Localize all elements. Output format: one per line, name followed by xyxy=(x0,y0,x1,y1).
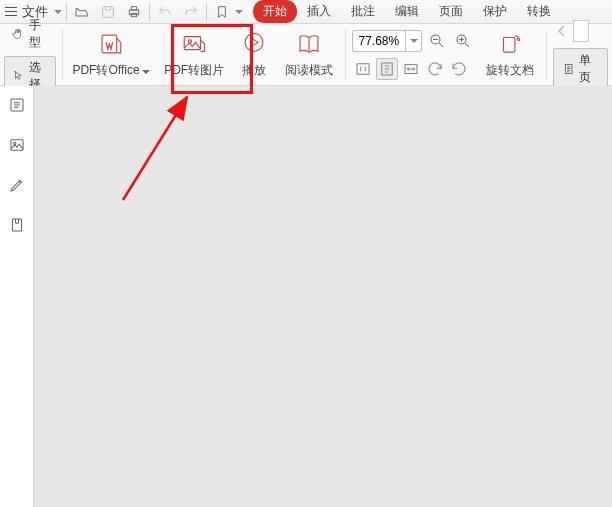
pdf-to-image-icon xyxy=(180,30,208,58)
page-nav-group: 单页 xyxy=(553,20,608,90)
separator xyxy=(206,3,207,21)
cursor-icon xyxy=(11,68,25,84)
save-button[interactable] xyxy=(97,1,119,23)
tab-edit[interactable]: 编辑 xyxy=(385,0,429,23)
play-button[interactable]: 播放 xyxy=(235,26,273,83)
left-sidebar xyxy=(0,86,34,507)
undo-icon xyxy=(157,4,173,20)
fit-page-icon xyxy=(378,60,396,78)
svg-rect-18 xyxy=(12,219,21,231)
chevron-down-icon xyxy=(142,70,150,74)
image-icon xyxy=(8,136,26,154)
book-icon xyxy=(295,30,323,58)
mode-buttons-group: 手型 选择 xyxy=(4,14,56,96)
separator xyxy=(62,30,63,80)
svg-rect-10 xyxy=(357,63,369,74)
print-button[interactable] xyxy=(123,1,145,23)
rotate-ccw-icon xyxy=(450,60,468,78)
open-button[interactable] xyxy=(71,1,93,23)
one-to-one-icon xyxy=(354,60,372,78)
chevron-left-icon xyxy=(557,25,567,37)
hand-mode-button[interactable]: 手型 xyxy=(4,14,56,54)
pen-icon xyxy=(8,176,26,194)
chevron-down-icon xyxy=(235,10,243,14)
zoom-in-button[interactable] xyxy=(452,30,474,52)
pdf-to-office-button[interactable]: PDF转Office xyxy=(69,26,154,83)
rotate-document-icon xyxy=(496,30,524,58)
single-page-label: 单页 xyxy=(579,52,599,86)
zoom-group xyxy=(352,30,474,80)
fit-width-icon xyxy=(402,60,420,78)
ribbon-toolbar: 手型 选择 PDF转Office PDF转图片 播放 阅读模式 xyxy=(0,24,612,86)
sidebar-outline-button[interactable] xyxy=(6,94,28,116)
reading-mode-label: 阅读模式 xyxy=(285,62,333,79)
svg-rect-13 xyxy=(503,38,514,53)
ribbon-tabs: 开始 插入 批注 编辑 页面 保护 转换 xyxy=(253,0,561,23)
play-label: 播放 xyxy=(242,62,266,79)
rotate-document-label: 旋转文档 xyxy=(486,62,534,79)
separator xyxy=(149,3,150,21)
zoom-dropdown-button[interactable] xyxy=(405,31,421,51)
redo-icon xyxy=(183,4,199,20)
save-icon xyxy=(100,4,116,20)
hand-icon xyxy=(11,26,25,42)
page-number-input[interactable] xyxy=(573,20,589,42)
rotate-cw-icon xyxy=(426,60,444,78)
fit-width-button[interactable] xyxy=(400,58,422,80)
pdf-to-image-button[interactable]: PDF转图片 xyxy=(159,26,229,83)
attachment-icon xyxy=(8,216,26,234)
zoom-out-icon xyxy=(428,32,446,50)
bookmark-dropdown[interactable] xyxy=(211,1,243,23)
separator xyxy=(66,3,67,21)
top-menu-bar: 文件 开始 插入 批注 编辑 页面 保护 转换 xyxy=(0,0,612,24)
chevron-down-icon xyxy=(410,39,418,43)
svg-point-6 xyxy=(188,40,191,43)
bookmark-icon xyxy=(214,4,230,20)
zoom-input[interactable] xyxy=(353,33,405,49)
svg-rect-5 xyxy=(184,37,200,50)
zoom-out-button[interactable] xyxy=(426,30,448,52)
sidebar-attachments-button[interactable] xyxy=(6,214,28,236)
tab-start[interactable]: 开始 xyxy=(253,0,297,23)
pdf-to-image-label: PDF转图片 xyxy=(164,62,224,79)
redo-button[interactable] xyxy=(180,1,202,23)
rotate-document-button[interactable]: 旋转文档 xyxy=(480,26,540,83)
single-page-button[interactable]: 单页 xyxy=(553,48,608,90)
folder-open-icon xyxy=(74,4,90,20)
svg-rect-0 xyxy=(103,6,114,17)
undo-button[interactable] xyxy=(154,1,176,23)
tab-page[interactable]: 页面 xyxy=(429,0,473,23)
rotate-right-button[interactable] xyxy=(424,58,446,80)
fit-actual-button[interactable] xyxy=(352,58,374,80)
print-icon xyxy=(126,4,142,20)
tab-annotate[interactable]: 批注 xyxy=(341,0,385,23)
sidebar-thumbnails-button[interactable] xyxy=(6,134,28,156)
hand-mode-label: 手型 xyxy=(29,17,49,51)
zoom-combo[interactable] xyxy=(352,30,422,52)
zoom-in-icon xyxy=(454,32,472,50)
svg-point-7 xyxy=(245,33,263,51)
fit-page-button[interactable] xyxy=(376,58,398,80)
tab-protect[interactable]: 保护 xyxy=(473,0,517,23)
document-viewport[interactable] xyxy=(34,86,612,507)
sidebar-annotations-button[interactable] xyxy=(6,174,28,196)
separator xyxy=(546,30,547,80)
list-icon xyxy=(8,96,26,114)
fit-buttons-row xyxy=(352,58,474,80)
reading-mode-button[interactable]: 阅读模式 xyxy=(279,26,339,83)
pdf-to-word-icon xyxy=(97,30,125,58)
svg-rect-1 xyxy=(129,10,138,15)
tab-insert[interactable]: 插入 xyxy=(297,0,341,23)
single-page-icon xyxy=(562,61,575,77)
prev-page-button[interactable] xyxy=(553,20,571,42)
svg-rect-2 xyxy=(131,6,136,9)
separator xyxy=(345,30,346,80)
pdf-to-office-label: PDF转Office xyxy=(72,63,139,77)
svg-rect-16 xyxy=(11,140,23,151)
rotate-left-button[interactable] xyxy=(448,58,470,80)
play-icon xyxy=(240,30,268,58)
